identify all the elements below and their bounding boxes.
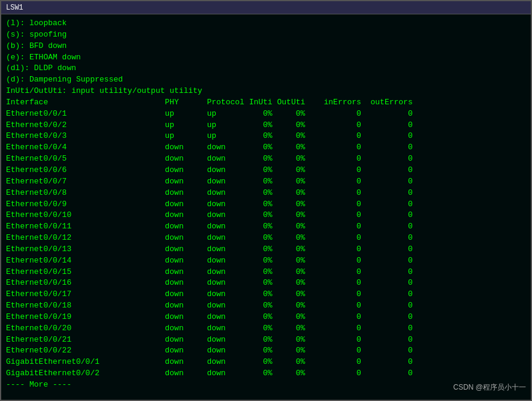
title-text: LSW1 — [6, 4, 23, 12]
terminal-line: Ethernet0/0/8 down down 0% 0% 0 0 — [6, 188, 526, 199]
terminal-line: Ethernet0/0/7 down down 0% 0% 0 0 — [6, 176, 526, 188]
terminal-line: Ethernet0/0/16 down down 0% 0% 0 0 — [6, 278, 526, 289]
watermark: CSDN @程序员小十一 — [453, 382, 526, 393]
terminal-line: ---- More ---- — [6, 379, 526, 391]
terminal-line: (b): BFD down — [6, 41, 526, 52]
terminal-line: Ethernet0/0/11 down down 0% 0% 0 0 — [6, 221, 526, 233]
terminal-line: Ethernet0/0/17 down down 0% 0% 0 0 — [6, 289, 526, 300]
terminal-line: Ethernet0/0/15 down down 0% 0% 0 0 — [6, 267, 526, 278]
terminal-body[interactable]: (l): loopback(s): spoofing(b): BFD down(… — [1, 14, 531, 400]
terminal-line: Ethernet0/0/14 down down 0% 0% 0 0 — [6, 255, 526, 267]
terminal-line: (s): spoofing — [6, 29, 526, 41]
terminal-line: Ethernet0/0/4 down down 0% 0% 0 0 — [6, 142, 526, 153]
terminal-line: (l): loopback — [6, 18, 526, 29]
terminal-line: GigabitEthernet0/0/2 down down 0% 0% 0 0 — [6, 368, 526, 379]
terminal-line: (e): ETHOAM down — [6, 52, 526, 64]
terminal-window: LSW1 (l): loopback(s): spoofing(b): BFD … — [0, 0, 532, 401]
terminal-line: InUti/OutUti: input utility/output utili… — [6, 86, 526, 97]
terminal-line: Ethernet0/0/6 down down 0% 0% 0 0 — [6, 165, 526, 176]
terminal-line: Ethernet0/0/18 down down 0% 0% 0 0 — [6, 300, 526, 312]
terminal-line: Interface PHY Protocol InUti OutUti inEr… — [6, 97, 526, 108]
terminal-line: (dl): DLDP down — [6, 63, 526, 74]
terminal-line: Ethernet0/0/10 down down 0% 0% 0 0 — [6, 210, 526, 221]
terminal-line: Ethernet0/0/19 down down 0% 0% 0 0 — [6, 312, 526, 323]
terminal-line: Ethernet0/0/9 down down 0% 0% 0 0 — [6, 199, 526, 210]
title-bar: LSW1 — [1, 1, 531, 14]
terminal-line: GigabitEthernet0/0/1 down down 0% 0% 0 0 — [6, 357, 526, 368]
terminal-line: Ethernet0/0/21 down down 0% 0% 0 0 — [6, 334, 526, 346]
terminal-line: Ethernet0/0/12 down down 0% 0% 0 0 — [6, 233, 526, 244]
terminal-line: Ethernet0/0/2 up up 0% 0% 0 0 — [6, 120, 526, 131]
terminal-line: Ethernet0/0/3 up up 0% 0% 0 0 — [6, 131, 526, 142]
terminal-line: (d): Dampening Suppressed — [6, 74, 526, 86]
terminal-line: Ethernet0/0/22 down down 0% 0% 0 0 — [6, 345, 526, 357]
terminal-line: Ethernet0/0/20 down down 0% 0% 0 0 — [6, 323, 526, 334]
terminal-line: Ethernet0/0/5 down down 0% 0% 0 0 — [6, 153, 526, 165]
terminal-line: Ethernet0/0/1 up up 0% 0% 0 0 — [6, 108, 526, 120]
terminal-line: Ethernet0/0/13 down down 0% 0% 0 0 — [6, 244, 526, 255]
